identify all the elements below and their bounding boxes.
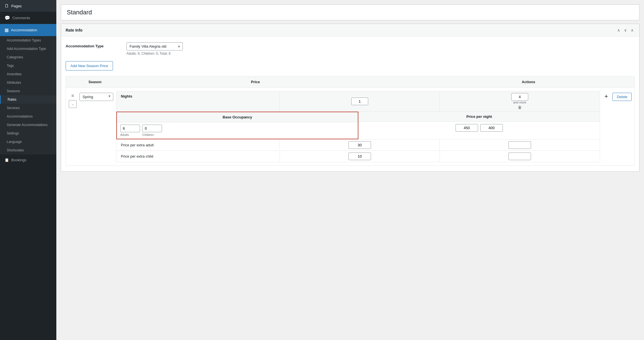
toggle-button[interactable]: ∧ <box>630 27 635 33</box>
main-content: Standard Rate Info ∧ ∨ ∧ Accommodation T… <box>56 0 644 340</box>
accommodation-type-select[interactable]: Family Villa Alegria old <box>126 42 183 50</box>
base-occupancy-inputs: Adults Children <box>117 122 358 139</box>
sidebar-item-amenities[interactable]: Amenities <box>0 70 56 78</box>
sidebar-item-bookings[interactable]: 📋 Bookings <box>0 154 56 165</box>
content-row: Base Occupancy Adults Children <box>116 112 600 139</box>
accommodation-type-select-wrapper: Family Villa Alegria old ▼ <box>126 42 183 50</box>
rates-table-header: Season Price Actions <box>66 76 634 88</box>
sidebar-item-services[interactable]: Services <box>0 104 56 112</box>
extra-adult-input1-cell <box>280 140 440 151</box>
sidebar-item-add-accommodation-type[interactable]: Add Accommodation Type <box>0 45 56 53</box>
extra-adult-input2-cell <box>440 140 599 151</box>
extra-child-input2-cell <box>440 151 599 162</box>
sidebar: 🗋 Pages 💬 Comments ▦ Accommodation Accom… <box>0 0 56 340</box>
rate-row: ≡ ⌄ Spring Summer Autumn Winter ▼ <box>66 88 634 165</box>
children-field: Children <box>142 125 162 136</box>
accommodation-type-hint: Adults: 6, Children: 0, Total: 6 <box>126 52 183 56</box>
children-label: Children <box>142 133 154 136</box>
card-header-controls: ∧ ∨ ∧ <box>616 27 635 33</box>
expand-button[interactable]: ⌄ <box>69 100 77 108</box>
night4-input[interactable] <box>511 93 528 101</box>
card-header-title: Rate Info <box>66 28 83 32</box>
price1-input[interactable] <box>456 124 478 132</box>
adults-label: Adults <box>120 133 129 136</box>
sidebar-item-comments[interactable]: 💬 Comments <box>0 12 56 24</box>
sidebar-item-seasons[interactable]: Seasons <box>0 87 56 95</box>
extra-child-label: Price per extra child <box>116 151 280 161</box>
night4-cell: and more 🗑 <box>440 91 599 111</box>
price4-input[interactable] <box>480 124 503 132</box>
price-per-night-section: Price per night <box>358 112 599 139</box>
adults-input[interactable] <box>120 125 140 132</box>
night1-cell <box>280 91 440 111</box>
nights-header-row: Nights and more 🗑 <box>116 91 600 112</box>
sidebar-item-shortcodes[interactable]: Shortcodes <box>0 146 56 154</box>
price-per-night-inputs <box>359 122 599 134</box>
accommodation-icon: ▦ <box>5 27 9 33</box>
children-input[interactable] <box>142 125 162 132</box>
accommodation-type-label: Accommodation Type <box>66 42 122 48</box>
delete-button-wrapper: Delete <box>612 91 632 101</box>
season-select[interactable]: Spring Summer Autumn Winter <box>79 93 113 101</box>
sidebar-accommodation-header[interactable]: ▦ Accommodation <box>0 24 56 36</box>
header-season: Season <box>66 76 161 87</box>
sidebar-item-accommodations[interactable]: Accommodations <box>0 112 56 121</box>
page-title-bar: Standard <box>61 5 639 20</box>
sidebar-item-accommodation-types[interactable]: Accommodation Types <box>0 36 56 45</box>
sidebar-item-categories[interactable]: Categories <box>0 53 56 61</box>
base-occupancy-section: Base Occupancy Adults Children <box>116 112 358 139</box>
add-season-price-button[interactable]: Add New Season Price <box>66 61 113 70</box>
page-title: Standard <box>67 9 634 16</box>
sidebar-item-pages[interactable]: 🗋 Pages <box>0 0 56 12</box>
sidebar-item-attributes[interactable]: Attributes <box>0 78 56 87</box>
price-per-night-header: Price per night <box>359 112 599 122</box>
extra-adult-row: Price per extra adult <box>116 139 600 151</box>
sidebar-item-rates[interactable]: Rates <box>0 95 56 104</box>
extra-child-input1[interactable] <box>348 153 371 160</box>
night1-input[interactable] <box>351 98 368 105</box>
card-header: Rate Info ∧ ∨ ∧ <box>61 24 639 37</box>
collapse-down-button[interactable]: ∨ <box>623 27 628 33</box>
extra-child-input1-cell <box>280 151 440 162</box>
extra-child-row: Price per extra child <box>116 151 600 162</box>
accommodation-type-control: Family Villa Alegria old ▼ Adults: 6, Ch… <box>126 42 183 56</box>
base-occupancy-header: Base Occupancy <box>117 112 358 122</box>
header-actions: Actions <box>350 76 540 87</box>
delete-night-icon[interactable]: 🗑 <box>518 105 522 110</box>
drag-handle-icon[interactable]: ≡ <box>71 93 74 98</box>
delete-row-button[interactable]: Delete <box>612 93 632 101</box>
extra-child-input2[interactable] <box>508 153 531 160</box>
card-body: Accommodation Type Family Villa Alegria … <box>61 37 639 171</box>
header-price: Price <box>161 76 350 87</box>
pages-icon: 🗋 <box>5 3 9 8</box>
rates-table: Season Price Actions ≡ ⌄ Spring <box>66 76 635 166</box>
sidebar-submenu: Accommodation Types Add Accommodation Ty… <box>0 36 56 154</box>
rate-info-card: Rate Info ∧ ∨ ∧ Accommodation Type Famil… <box>61 24 639 172</box>
extra-adult-label: Price per extra adult <box>116 140 280 150</box>
sidebar-item-settings[interactable]: Settings <box>0 129 56 138</box>
sidebar-item-tags[interactable]: Tags <box>0 61 56 70</box>
season-select-wrapper: Spring Summer Autumn Winter ▼ <box>79 91 113 101</box>
price-section: Nights and more 🗑 <box>116 91 600 162</box>
comments-icon: 💬 <box>5 15 10 21</box>
and-more-label: and more <box>513 101 526 104</box>
extra-adult-input1[interactable] <box>348 141 371 149</box>
row-controls: ≡ ⌄ <box>69 91 77 108</box>
sidebar-item-generate-accommodations[interactable]: Generate Accommodations <box>0 121 56 129</box>
collapse-up-button[interactable]: ∧ <box>616 27 621 33</box>
sidebar-item-language[interactable]: Language <box>0 138 56 146</box>
add-column-button[interactable]: + <box>603 91 610 100</box>
adults-field: Adults <box>120 125 140 136</box>
accommodation-type-row: Accommodation Type Family Villa Alegria … <box>66 42 635 56</box>
extra-adult-input2[interactable] <box>508 141 531 149</box>
bookings-icon: 📋 <box>5 158 9 162</box>
nights-label: Nights <box>116 91 280 111</box>
